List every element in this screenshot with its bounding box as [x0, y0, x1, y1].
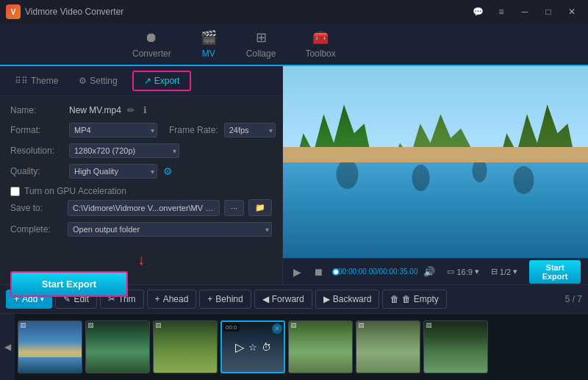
saveto-more-button[interactable]: ···	[224, 200, 244, 216]
saveto-folder-button[interactable]: 📁	[248, 199, 272, 216]
gpu-label[interactable]: Turn on GPU Acceleration	[24, 186, 126, 196]
film-item-3[interactable]: 🖼	[153, 320, 218, 373]
quality-gear-icon[interactable]: ⚙	[163, 165, 173, 177]
name-value: New MV.mp4 ✏ ℹ	[69, 104, 150, 117]
film-controls-overlay-4: ▷ ☆ ⏱	[222, 322, 284, 372]
backward-button[interactable]: ▶ Backward	[315, 290, 380, 309]
setting-tab[interactable]: ⚙ Setting	[70, 72, 126, 90]
behind-button[interactable]: + Behind	[199, 290, 251, 309]
filmstrip-items: 🖼 🖼 🖼 00:0 ✕ ▷ ☆ ⏱ 🖼	[15, 316, 573, 378]
quality-select[interactable]: High Quality	[69, 164, 157, 179]
export-arrow-icon: ↗	[144, 76, 151, 86]
saveto-row: Save to: C:\Vidmore\Vidmore V...onverter…	[0, 196, 282, 219]
chat-icon[interactable]: 💬	[467, 4, 488, 20]
format-label: Format:	[10, 125, 63, 135]
film-play-icon-4[interactable]: ▷	[235, 340, 244, 354]
saveto-label: Save to:	[10, 203, 63, 213]
empty-button[interactable]: 🗑 🗑 Empty	[382, 290, 446, 309]
film-item-5[interactable]: 🖼	[288, 320, 353, 373]
left-panel: ⠿⠿ Theme ⚙ Setting ↗ Export Name: New MV…	[0, 66, 283, 284]
tab-collage[interactable]: ⊞ Collage	[232, 24, 291, 66]
film-item-7[interactable]: 🖼	[423, 320, 488, 373]
ahead-icon: +	[155, 294, 160, 304]
close-button[interactable]: ✕	[562, 4, 582, 20]
aspect-chevron: ▾	[475, 267, 479, 276]
forward-icon: ◀	[262, 294, 269, 304]
maximize-button[interactable]: □	[538, 4, 559, 20]
film-item-2[interactable]: 🖼	[85, 320, 150, 373]
aspect-icon: ▭	[447, 267, 454, 276]
titlebar: V Vidmore Video Converter 💬 ≡ ─ □ ✕	[0, 0, 588, 24]
quality-select-wrap: High Quality	[69, 164, 157, 179]
info-button[interactable]: ℹ	[140, 104, 150, 117]
resolution-label: Resolution:	[10, 146, 63, 156]
theme-tab[interactable]: ⠿⠿ Theme	[6, 72, 67, 90]
film-thumb-7	[424, 321, 487, 373]
tab-mv-label: MV	[202, 49, 215, 59]
theme-grid-icon: ⠿⠿	[15, 76, 28, 86]
volume-icon[interactable]: 🔊	[423, 266, 435, 277]
split-select[interactable]: ⊟ 1/2 ▾	[491, 267, 517, 276]
svg-point-3	[514, 166, 534, 194]
behind-label: Behind	[215, 294, 243, 304]
quality-label: Quality:	[10, 166, 63, 176]
resolution-select[interactable]: 1280x720 (720p)	[69, 143, 179, 158]
name-text: New MV.mp4	[69, 105, 121, 115]
export-tab[interactable]: ↗ Export	[132, 71, 192, 91]
film-star-icon-4: ☆	[248, 342, 257, 353]
time-current: 00:00:00.00	[338, 268, 377, 276]
format-select[interactable]: MP4	[69, 123, 157, 137]
film-item-4[interactable]: 00:0 ✕ ▷ ☆ ⏱	[220, 320, 285, 373]
backward-label: Backward	[333, 294, 372, 304]
aspect-ratio-select[interactable]: ▭ 16:9 ▾	[447, 267, 478, 276]
aspect-value: 16:9	[456, 268, 472, 276]
film-item-6[interactable]: 🖼	[356, 320, 420, 373]
edit-name-button[interactable]: ✏	[124, 104, 137, 117]
forward-label: Forward	[272, 294, 304, 304]
progress-dot[interactable]	[332, 268, 340, 276]
play-button[interactable]: ▶	[290, 265, 304, 279]
film-item-1[interactable]: 🖼	[18, 320, 82, 373]
tab-toolbox[interactable]: 🧰 Toolbox	[290, 24, 350, 66]
film-thumb-1	[18, 321, 82, 373]
menu-icon[interactable]: ≡	[491, 4, 512, 20]
backward-icon: ▶	[323, 294, 330, 304]
start-export-main-button[interactable]: Start Export	[10, 271, 128, 297]
filmstrip-prev-button[interactable]: ◀	[0, 314, 15, 380]
tab-toolbox-label: Toolbox	[305, 49, 335, 59]
start-export-preview-button[interactable]: Start Export	[529, 260, 581, 284]
minimize-button[interactable]: ─	[514, 4, 535, 20]
theme-tab-label: Theme	[31, 76, 58, 86]
framerate-select[interactable]: 24fps	[224, 123, 276, 137]
film-img-icon-6: 🖼	[358, 323, 364, 329]
film-thumb-3	[154, 321, 217, 373]
stop-button[interactable]: ⏹	[310, 265, 326, 279]
split-icon: ⊟	[491, 267, 498, 276]
converter-icon: ⏺	[145, 30, 158, 46]
ahead-label: Ahead	[163, 294, 189, 304]
tab-converter[interactable]: ⏺ Converter	[118, 24, 186, 66]
svg-point-0	[337, 159, 359, 189]
film-thumb-6	[356, 321, 420, 373]
quality-row: Quality: High Quality ⚙	[10, 164, 272, 179]
format-select-wrap: MP4	[69, 123, 157, 137]
empty-label: 🗑 Empty	[402, 294, 438, 304]
complete-label: Complete:	[10, 224, 63, 234]
svg-point-2	[473, 159, 487, 182]
titlebar-controls: 💬 ≡ ─ □ ✕	[467, 4, 582, 20]
arrow-down-icon: ↓	[10, 251, 272, 268]
time-total: 00:00:35.00	[379, 268, 418, 276]
tab-mv[interactable]: 🎬 MV	[186, 24, 232, 66]
split-chevron: ▾	[513, 267, 517, 276]
tab-collage-label: Collage	[246, 49, 276, 59]
time-display: 00:00:00.00/00:00:35.00	[338, 268, 417, 276]
complete-select[interactable]: Open output folder	[68, 222, 272, 237]
gpu-checkbox[interactable]	[10, 187, 20, 196]
film-img-icon-1: 🖼	[20, 323, 26, 329]
ahead-button[interactable]: + Ahead	[147, 290, 197, 309]
film-img-icon-5: 🖼	[290, 323, 296, 329]
behind-icon: +	[207, 294, 212, 304]
preview-controls: ▶ ⏹ 00:00:00.00/00:00:35.00 🔊 ▭ 16:9 ▾ ⊟…	[283, 258, 588, 284]
forward-button[interactable]: ◀ Forward	[254, 290, 312, 309]
right-panel: ▶ ⏹ 00:00:00.00/00:00:35.00 🔊 ▭ 16:9 ▾ ⊟…	[283, 66, 588, 284]
